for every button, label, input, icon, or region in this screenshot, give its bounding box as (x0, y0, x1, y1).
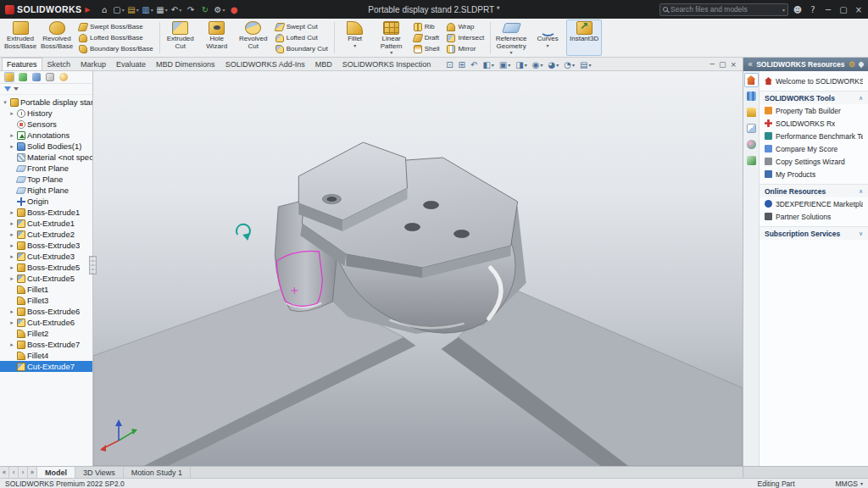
tree-item-cut-extrude5[interactable]: ▸Cut-Extrude5 (0, 273, 92, 284)
model-hole[interactable] (454, 230, 470, 238)
tab-scroll-icon[interactable]: ‹ (9, 467, 19, 478)
tree-item-fillet4[interactable]: Fillet4 (0, 350, 92, 361)
tree-item-boss-extrude5[interactable]: ▸Boss-Extrude5 (0, 262, 92, 273)
section-solidworks-tools[interactable]: SOLIDWORKS Tools∧ (760, 91, 868, 104)
ribbon-swept-boss-base-button[interactable]: Swept Boss/Base (77, 21, 155, 32)
close-window-icon[interactable]: × (851, 2, 866, 17)
solidworks-resources-tab[interactable] (744, 73, 759, 87)
headsup-section-view-icon[interactable]: ◧▾ (481, 60, 495, 69)
undo-icon[interactable]: ↶▾ (170, 3, 184, 16)
redo-icon[interactable]: ↷ (184, 3, 198, 16)
ribbon-extruded-cut-button[interactable]: Extruded Cut (163, 19, 198, 56)
tab-mbd[interactable]: MBD (310, 58, 337, 70)
tree-item-cut-extrude7[interactable]: Cut-Extrude7 (0, 361, 92, 372)
headsup-zoom-area-icon[interactable]: ⊞ (457, 60, 467, 69)
ribbon-revolved-boss-base-button[interactable]: Revolved Boss/Base (39, 19, 75, 56)
dimxpertmanager-tab[interactable] (45, 72, 55, 82)
expand-arrow-icon[interactable]: ▸ (8, 308, 15, 315)
ribbon-fillet-button[interactable]: Fillet▾ (337, 19, 373, 56)
tree-item-cut-extrude3[interactable]: ▸Cut-Extrude3 (0, 251, 92, 262)
tab-sketch[interactable]: Sketch (42, 58, 76, 70)
headsup-display-style-icon[interactable]: ◨▾ (514, 60, 528, 69)
restore-doc-icon[interactable]: ▢ (719, 60, 726, 69)
ribbon-lofted-cut-button[interactable]: Lofted Cut (274, 32, 330, 43)
tab-features[interactable]: Features (2, 58, 42, 70)
tab-scroll-icon[interactable]: » (28, 467, 37, 478)
tree-item-fillet1[interactable]: Fillet1 (0, 284, 92, 295)
save-icon[interactable]: ▥▾ (141, 3, 155, 16)
tab-solidworks-add-ins[interactable]: SOLIDWORKS Add-Ins (220, 58, 310, 70)
tree-item-material-not-specified[interactable]: Material <not specified> (0, 152, 92, 163)
view-palette-tab[interactable] (744, 121, 759, 136)
ribbon-boundary-cut-button[interactable]: Boundary Cut (274, 43, 330, 54)
tree-item-cut-extrude1[interactable]: ▸Cut-Extrude1 (0, 218, 92, 229)
minimize-doc-icon[interactable]: ─ (710, 60, 715, 69)
tree-item-boss-extrude7[interactable]: ▸Boss-Extrude7 (0, 339, 92, 350)
help-icon[interactable]: ? (805, 2, 821, 17)
ribbon-mirror-button[interactable]: Mirror (445, 43, 486, 54)
file-explorer-tab[interactable] (744, 105, 759, 119)
expand-arrow-icon[interactable]: ▸ (8, 319, 15, 326)
propertymanager-tab[interactable] (18, 72, 28, 82)
tree-item-boss-extrude1[interactable]: ▸Boss-Extrude1 (0, 207, 92, 218)
expand-arrow-icon[interactable]: ▾ (2, 99, 8, 106)
expand-arrow-icon[interactable]: ▸ (8, 275, 15, 282)
ribbon-reference-geometry-button[interactable]: Reference Geometry▾ (493, 19, 529, 56)
tab-mbd-dimensions[interactable]: MBD Dimensions (151, 58, 220, 70)
search-box[interactable]: ▾ (659, 3, 788, 16)
ribbon-lofted-boss-base-button[interactable]: Lofted Boss/Base (77, 32, 155, 43)
ribbon-boundary-boss-base-button[interactable]: Boundary Boss/Base (77, 43, 155, 54)
tree-item-solid-bodies-1[interactable]: ▸Solid Bodies(1) (0, 141, 92, 152)
ribbon-rib-button[interactable]: Rib (412, 21, 442, 32)
sign-in-icon[interactable]: ☻ (790, 2, 805, 17)
tree-item-origin[interactable]: Origin (0, 196, 92, 207)
record-macro-icon[interactable]: ● (227, 3, 242, 16)
expand-arrow-icon[interactable]: ▸ (8, 341, 15, 348)
taskpane-item-copy-settings-wizard[interactable]: Copy Settings Wizard (760, 155, 868, 168)
displaymanager-tab[interactable] (58, 72, 69, 82)
model-hole[interactable] (424, 202, 439, 209)
ribbon-linear-pattern-button[interactable]: Linear Pattern▾ (374, 19, 409, 56)
tree-item-boss-extrude6[interactable]: ▸Boss-Extrude6 (0, 306, 92, 317)
tree-item-cut-extrude2[interactable]: ▸Cut-Extrude2 (0, 229, 92, 240)
section-subscription-services[interactable]: Subscription Services∨ (760, 226, 868, 240)
headsup-view-orientation-icon[interactable]: ▣▾ (498, 60, 512, 69)
collapse-pane-icon[interactable]: « (748, 60, 753, 69)
expand-arrow-icon[interactable]: ▸ (8, 132, 15, 139)
filter-icon[interactable] (4, 86, 11, 92)
tree-item-annotations[interactable]: ▸Annotations (0, 130, 92, 141)
tree-item-fillet2[interactable]: Fillet2 (0, 328, 92, 339)
print-icon[interactable]: ▦▾ (155, 3, 170, 16)
3d-model[interactable] (93, 142, 743, 466)
graphics-viewport[interactable] (93, 71, 743, 466)
taskpane-item-property-tab-builder[interactable]: Property Tab Builder (760, 104, 868, 117)
tree-item-boss-extrude3[interactable]: ▸Boss-Extrude3 (0, 240, 92, 251)
expand-arrow-icon[interactable]: ▸ (8, 110, 15, 117)
expand-arrow-icon[interactable]: ▸ (8, 231, 15, 238)
filter-dropdown-icon[interactable] (14, 87, 19, 91)
taskpane-item-compare-my-score[interactable]: Compare My Score (760, 142, 868, 155)
minimize-window-icon[interactable]: ─ (821, 2, 836, 17)
featuremanager-tab[interactable] (4, 72, 14, 82)
configurationmanager-tab[interactable] (31, 72, 42, 82)
ribbon-extruded-boss-base-button[interactable]: Extruded Boss/Base (3, 19, 38, 56)
appearances-tab[interactable] (744, 137, 759, 152)
headsup-edit-appearance-icon[interactable]: ◕▾ (547, 60, 561, 69)
taskpane-item-solidworks-rx[interactable]: SOLIDWORKS Rx (760, 117, 868, 130)
ribbon-wrap-button[interactable]: Wrap (445, 21, 486, 32)
tab-markup[interactable]: Markup (75, 58, 111, 70)
headsup-zoom-fit-icon[interactable]: ⊡ (444, 60, 454, 69)
tree-item-cut-extrude6[interactable]: ▸Cut-Extrude6 (0, 317, 92, 328)
taskpane-item-my-products[interactable]: My Products (760, 168, 868, 180)
open-document-icon[interactable]: ▤▾ (126, 3, 141, 16)
tree-item-portable-display-stand-2-def[interactable]: ▾Portable display stand 2 (Def... (0, 97, 92, 108)
taskpane-welcome-link[interactable]: Welcome to SOLIDWORKS (760, 75, 868, 87)
tree-item-history[interactable]: ▸History (0, 108, 92, 119)
ribbon-revolved-cut-button[interactable]: Revolved Cut (236, 19, 271, 56)
headsup-hide-show-items-icon[interactable]: ◉▾ (531, 60, 545, 69)
design-library-tab[interactable] (744, 89, 759, 103)
tab-evaluate[interactable]: Evaluate (111, 58, 151, 70)
doc-tab-motion-study-1[interactable]: Motion Study 1 (124, 467, 191, 478)
ribbon-swept-cut-button[interactable]: Swept Cut (274, 21, 330, 32)
tab-scroll-icon[interactable]: › (19, 467, 28, 478)
